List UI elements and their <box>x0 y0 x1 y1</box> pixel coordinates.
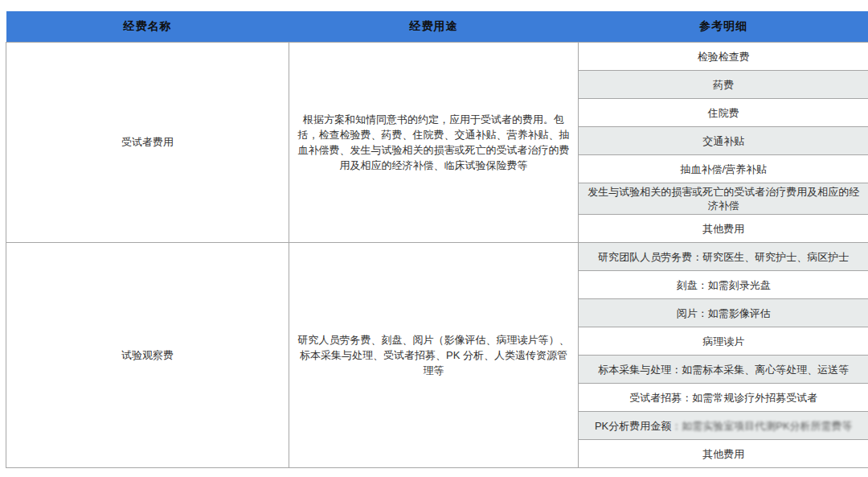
pk-detail-clear-text: PK分析费用金额 <box>595 420 671 432</box>
table-row: 受试者费用 根据方案和知情同意书的约定，应用于受试者的费用。包括，检查检验费、药… <box>6 43 868 71</box>
column-header-fee-purpose: 经费用途 <box>289 11 579 43</box>
detail-cell: 刻盘：如需刻录光盘 <box>579 271 868 299</box>
detail-cell: 阅片：如需影像评估 <box>579 299 868 327</box>
column-header-fee-name: 经费名称 <box>6 11 289 43</box>
fee-name-cell-trial-observation: 试验观察费 <box>6 243 289 468</box>
detail-cell: 发生与试验相关的损害或死亡的受试者治疗费用及相应的经济补偿 <box>579 183 868 215</box>
detail-cell: 住院费 <box>579 99 868 127</box>
detail-cell: 交通补贴 <box>579 127 868 155</box>
detail-cell: 研究团队人员劳务费：研究医生、研究护士、病区护士 <box>579 243 868 271</box>
detail-cell-pk-analysis: PK分析费用金额：如需实验室项目代测PK分析所需费等 <box>579 412 868 440</box>
fee-table: 经费名称 经费用途 参考明细 受试者费用 根据方案和知情同意书的约定，应用于受试… <box>6 11 868 468</box>
detail-cell: 抽血补偿/营养补贴 <box>579 155 868 183</box>
fee-name-cell-subject-fees: 受试者费用 <box>6 43 289 243</box>
detail-cell: 药费 <box>579 71 868 99</box>
fee-table-page: 经费名称 经费用途 参考明细 受试者费用 根据方案和知情同意书的约定，应用于受试… <box>0 0 868 477</box>
detail-cell: 其他费用 <box>579 440 868 468</box>
detail-cell: 检验检查费 <box>579 43 868 71</box>
pk-detail-blurred-text: ：如需实验室项目代测PK分析所需费等 <box>671 420 852 432</box>
detail-cell: 标本采集与处理：如需标本采集、离心等处理、运送等 <box>579 356 868 384</box>
detail-cell: 受试者招募：如需常规诊疗外招募受试者 <box>579 384 868 412</box>
header-row: 经费名称 经费用途 参考明细 <box>6 11 868 43</box>
detail-cell: 病理读片 <box>579 327 868 356</box>
column-header-reference-detail: 参考明细 <box>579 11 868 43</box>
fee-purpose-cell-subject-fees: 根据方案和知情同意书的约定，应用于受试者的费用。包括，检查检验费、药费、住院费、… <box>289 43 579 243</box>
fee-purpose-cell-trial-observation: 研究人员劳务费、刻盘、阅片（影像评估、病理读片等）、标本采集与处理、受试者招募、… <box>289 243 579 468</box>
table-row: 试验观察费 研究人员劳务费、刻盘、阅片（影像评估、病理读片等）、标本采集与处理、… <box>6 243 868 271</box>
detail-cell: 其他费用 <box>579 215 868 243</box>
